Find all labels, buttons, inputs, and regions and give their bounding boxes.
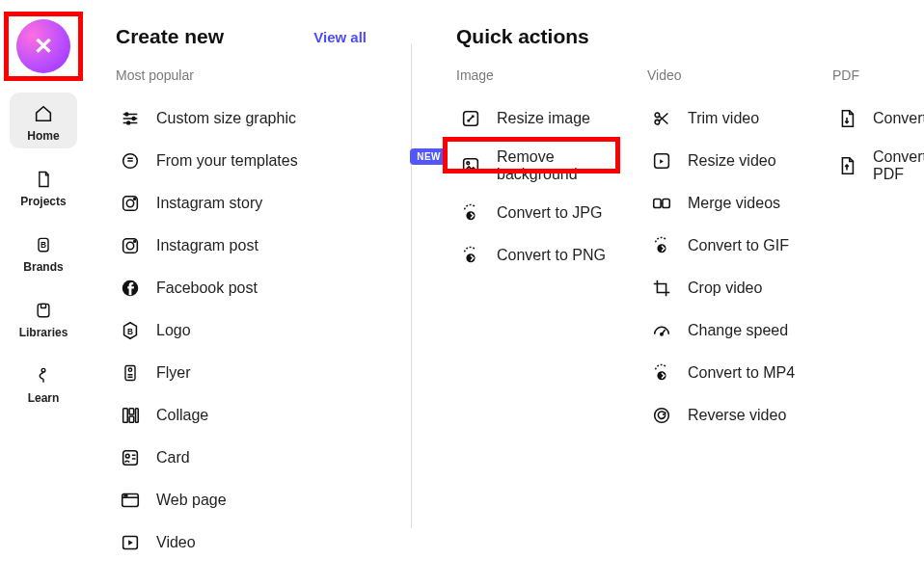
qa-trim-video[interactable]: Trim video (647, 100, 809, 137)
opt-label: Convert to GIF (688, 237, 789, 254)
sidebar-item-libraries[interactable]: Libraries (10, 289, 77, 345)
svg-point-14 (134, 241, 136, 243)
svg-point-6 (132, 118, 135, 120)
opt-label: Remove background (497, 148, 622, 183)
quick-list-video: Trim video Resize video Merge videos (647, 100, 809, 434)
svg-rect-19 (123, 409, 128, 423)
opt-label: Convert to MP4 (688, 364, 795, 382)
create-subhead: Most popular (116, 67, 367, 83)
opt-ig-story[interactable]: Instagram story (116, 185, 367, 222)
convert-icon (649, 360, 674, 386)
opt-label: Logo (156, 322, 191, 339)
opt-label: Video (156, 534, 196, 551)
facebook-icon (118, 276, 143, 301)
qa-to-pdf[interactable]: Convert to PDF (832, 100, 924, 137)
view-all-link[interactable]: View all (313, 29, 367, 45)
quick-list-pdf: Convert to PDF Convert from PDF (832, 100, 924, 189)
libraries-icon (32, 299, 55, 322)
opt-logo[interactable]: B Logo (116, 312, 367, 349)
opt-label: Reverse video (688, 407, 786, 424)
close-button[interactable]: ✕ (16, 19, 70, 73)
opt-label: Flyer (156, 364, 191, 382)
opt-fb-post[interactable]: Facebook post (116, 270, 367, 306)
opt-custom-size[interactable]: Custom size graphic (116, 100, 367, 137)
sidebar-item-learn[interactable]: Learn (10, 355, 77, 411)
opt-flyer[interactable]: Flyer (116, 355, 367, 391)
quick-actions-panel: Quick actions Image Resize image (456, 25, 924, 586)
svg-rect-2 (38, 304, 49, 316)
sidebar: ✕ Home Projects B Brands Libraries Learn (0, 0, 87, 586)
qa-remove-background[interactable]: Remove background (456, 143, 624, 189)
svg-rect-38 (663, 199, 669, 207)
opt-from-templates[interactable]: From your templates NEW (116, 143, 367, 179)
qa-crop-video[interactable]: Crop video (647, 270, 809, 306)
svg-point-11 (134, 199, 136, 200)
svg-text:B: B (41, 240, 46, 250)
qa-from-pdf[interactable]: Convert from PDF (832, 143, 924, 189)
opt-label: Convert to PDF (873, 110, 924, 127)
sidebar-item-brands[interactable]: B Brands (10, 224, 77, 280)
qa-merge-videos[interactable]: Merge videos (647, 185, 809, 222)
opt-web-page[interactable]: Web page (116, 482, 367, 519)
opt-video[interactable]: Video (116, 524, 367, 561)
qa-to-jpg[interactable]: Convert to JPG (456, 195, 624, 231)
qa-resize-video[interactable]: Resize video (647, 143, 809, 179)
home-icon (32, 102, 55, 125)
opt-label: Collage (156, 407, 208, 424)
templates-icon (118, 148, 143, 173)
instagram-icon (118, 191, 143, 216)
opt-label: Crop video (688, 280, 762, 297)
pdf-import-icon (834, 106, 859, 131)
pdf-export-icon (834, 153, 859, 178)
opt-collage[interactable]: Collage (116, 397, 367, 434)
nav-label: Learn (28, 391, 60, 405)
opt-label: Instagram story (156, 195, 262, 212)
svg-point-18 (128, 368, 131, 371)
sidebar-item-home[interactable]: Home (10, 93, 77, 148)
svg-point-40 (661, 333, 663, 334)
opt-label: Instagram post (156, 237, 258, 254)
sidebar-item-projects[interactable]: Projects (10, 158, 77, 214)
instagram-icon (118, 233, 143, 258)
nav-label: Brands (23, 260, 63, 274)
qa-to-mp4[interactable]: Convert to MP4 (647, 355, 809, 391)
svg-rect-3 (41, 304, 46, 307)
opt-label: Change speed (688, 322, 788, 339)
quick-col-title: PDF (832, 67, 924, 83)
quick-columns: Image Resize image Remove background (456, 67, 924, 434)
create-new-panel: Create new View all Most popular Custom … (116, 25, 367, 586)
nav-label: Home (27, 129, 59, 143)
reverse-icon (649, 403, 674, 428)
speed-icon (649, 318, 674, 343)
nav-label: Projects (20, 195, 66, 208)
qa-to-png[interactable]: Convert to PNG (456, 237, 624, 274)
svg-point-26 (124, 495, 125, 496)
opt-card[interactable]: Card (116, 440, 367, 476)
resize-icon (649, 148, 674, 173)
quick-col-title: Video (647, 67, 809, 83)
opt-label: Card (156, 449, 190, 466)
svg-point-4 (41, 368, 45, 372)
svg-point-5 (125, 113, 128, 116)
svg-point-7 (127, 121, 130, 124)
qa-change-speed[interactable]: Change speed (647, 312, 809, 349)
qa-reverse-video[interactable]: Reverse video (647, 397, 809, 434)
opt-label: Resize video (688, 152, 776, 170)
convert-icon (649, 233, 674, 258)
opt-label: Facebook post (156, 280, 258, 297)
create-header: Create new View all (116, 25, 367, 48)
main: Create new View all Most popular Custom … (87, 0, 924, 586)
svg-point-42 (655, 409, 669, 423)
opt-label: Merge videos (688, 195, 780, 212)
webpage-icon (118, 488, 143, 513)
brands-icon: B (32, 233, 55, 256)
opt-ig-post[interactable]: Instagram post (116, 227, 367, 264)
svg-rect-22 (136, 409, 139, 423)
qa-resize-image[interactable]: Resize image (456, 100, 624, 137)
svg-point-10 (126, 200, 133, 206)
qa-to-gif[interactable]: Convert to GIF (647, 227, 809, 264)
opt-label: Convert from PDF (873, 148, 924, 183)
quick-list-image: Resize image Remove background Conver (456, 100, 624, 274)
svg-point-27 (126, 495, 127, 496)
svg-text:B: B (127, 328, 133, 336)
